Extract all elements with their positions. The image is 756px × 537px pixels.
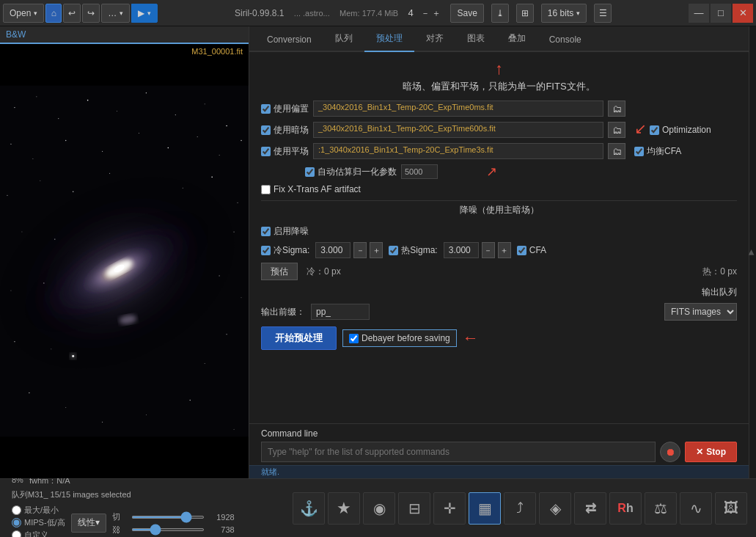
prefix-input[interactable] <box>311 304 370 320</box>
cold-sigma-input[interactable] <box>315 242 351 258</box>
maximize-button[interactable]: □ <box>711 4 731 23</box>
radio-custom[interactable]: 自定义 <box>12 530 65 537</box>
tool-button-4[interactable]: ⊟ <box>398 492 430 525</box>
hot-sigma-checkbox[interactable] <box>389 246 398 255</box>
tool-button-11[interactable]: ⚖ <box>645 492 677 525</box>
tool-button-5[interactable]: ✛ <box>433 492 466 525</box>
hot-sigma-plus[interactable]: ＋ <box>498 242 511 258</box>
hot-sigma-input[interactable] <box>444 242 479 258</box>
tab-console[interactable]: Console <box>537 29 593 52</box>
fits-format-select[interactable]: FITS images TIFF images PNG images <box>664 303 737 321</box>
stop-button[interactable]: ✕ Stop <box>685 442 737 462</box>
command-input[interactable] <box>261 442 656 462</box>
auto-norm-checkbox[interactable] <box>305 167 315 177</box>
display-button[interactable]: ⊞ <box>516 4 534 23</box>
slider1[interactable] <box>131 516 205 519</box>
more-button[interactable]: … ▾ <box>101 4 130 23</box>
preview-button[interactable]: 预估 <box>261 263 298 280</box>
tab-conversion[interactable]: Conversion <box>255 29 323 52</box>
radio-mips-input[interactable] <box>12 518 21 527</box>
cfa-checkbox[interactable] <box>517 246 526 255</box>
dark-checkbox[interactable] <box>261 125 271 135</box>
minus-btn[interactable]: － <box>421 8 430 18</box>
optimization-checkbox-label[interactable]: Optimization <box>650 125 711 135</box>
tool-button-2[interactable]: ★ <box>328 492 360 525</box>
home-button[interactable]: ⌂ <box>45 4 62 23</box>
linear-button[interactable]: 线性▾ <box>71 514 106 533</box>
tool-button-3[interactable]: ◉ <box>363 492 395 525</box>
fix-xtrans-checkbox-label[interactable]: Fix X-Trans AF artifact <box>261 184 361 194</box>
minimize-button[interactable]: — <box>689 4 709 23</box>
scrollbar-right[interactable] <box>749 26 756 478</box>
cfa-checkbox-label[interactable]: CFA <box>517 245 546 255</box>
bits-label: 16 bits <box>548 8 573 18</box>
save-button[interactable]: Save <box>450 4 483 23</box>
optimization-checkbox[interactable] <box>650 125 659 135</box>
tool-button-10[interactable]: Rh <box>609 492 642 525</box>
start-preprocessing-button[interactable]: 开始预处理 <box>261 326 337 350</box>
cold-sigma-checkbox[interactable] <box>261 246 271 255</box>
flat-checkbox[interactable] <box>261 147 271 156</box>
tool-button-8[interactable]: ◈ <box>539 492 571 525</box>
count-display: 4 <box>408 7 414 18</box>
tool-button-13[interactable]: 🖼 <box>715 492 747 525</box>
enable-denoise-checkbox-label[interactable]: 启用降噪 <box>261 225 309 238</box>
cold-sigma-plus[interactable]: ＋ <box>370 242 383 258</box>
bits-button[interactable]: 16 bits ▾ <box>541 4 587 23</box>
auto-norm-checkbox-label[interactable]: 自动估算归一化参数 <box>305 166 397 178</box>
hamburger-button[interactable]: ☰ <box>594 4 612 23</box>
equalize-cfa-checkbox[interactable] <box>634 147 644 156</box>
radio-mips[interactable]: MIPS-低/高 <box>12 517 65 528</box>
flat-file-button[interactable]: 🗂 <box>608 143 625 159</box>
radio-custom-input[interactable] <box>12 530 21 537</box>
bias-file-button[interactable]: 🗂 <box>608 101 625 117</box>
redo-button[interactable]: ↪ <box>82 4 100 23</box>
undo-button[interactable]: ↩ <box>63 4 81 23</box>
bias-file-path: _3040x2016_Bin1x1_Temp-20C_ExpTime0ms.fi… <box>313 101 603 117</box>
hot-sigma-minus[interactable]: － <box>482 242 495 258</box>
tab-queue[interactable]: 队列 <box>323 26 364 52</box>
tab-preprocessing[interactable]: 预处理 <box>364 26 414 52</box>
tab-stack[interactable]: 叠加 <box>496 26 537 52</box>
tab-align[interactable]: 对齐 <box>414 26 455 52</box>
svg-point-33 <box>14 341 15 342</box>
radio-max-min-label: 最大/最小 <box>24 505 59 516</box>
dark-checkbox-label[interactable]: 使用暗场 <box>261 124 309 136</box>
command-line-title: Command line <box>261 428 737 439</box>
tool-button-1[interactable]: ⚓ <box>293 492 325 525</box>
debayer-checkbox[interactable] <box>349 334 359 343</box>
radio-max-min-input[interactable] <box>12 505 21 515</box>
equalize-cfa-checkbox-label[interactable]: 均衡CFA <box>634 145 681 158</box>
tool-button-6[interactable]: ▦ <box>469 492 501 525</box>
cold-sigma-checkbox-label[interactable]: 冷Sigma: <box>261 244 309 257</box>
tab-chart[interactable]: 图表 <box>455 26 496 52</box>
link-label: ⛓ <box>112 525 127 534</box>
fix-xtrans-checkbox[interactable] <box>261 185 271 194</box>
action-button[interactable]: ▶ ▾ <box>131 4 158 23</box>
save-icon-button[interactable]: ⤓ <box>491 4 509 23</box>
dark-file-button[interactable]: 🗂 <box>608 122 625 138</box>
plus-btn[interactable]: ＋ <box>432 8 441 18</box>
radio-max-min[interactable]: 最大/最小 <box>12 505 65 516</box>
tool-button-9[interactable]: ⇄ <box>574 492 606 525</box>
tool-button-7[interactable]: ⤴ <box>504 492 536 525</box>
enable-denoise-checkbox[interactable] <box>261 227 271 236</box>
svg-point-8 <box>205 103 205 104</box>
record-button[interactable]: ⏺ <box>660 442 680 462</box>
auto-norm-input[interactable] <box>401 164 438 179</box>
bias-file-row: _3040x2016_Bin1x1_Temp-20C_ExpTime0ms.fi… <box>313 101 625 117</box>
bias-checkbox-label[interactable]: 使用偏置 <box>261 103 309 115</box>
flat-file-row: :1_3040x2016_Bin1x1_Temp-20C_ExpTime3s.f… <box>313 143 625 159</box>
hot-sigma-checkbox-label[interactable]: 热Sigma: <box>389 244 437 257</box>
flat-checkbox-label[interactable]: 使用平场 <box>261 145 309 158</box>
tool-button-12[interactable]: ∿ <box>680 492 712 525</box>
stop-x-icon: ✕ <box>696 447 703 457</box>
slider1-value: 1928 <box>209 513 235 522</box>
slider2[interactable] <box>131 528 205 531</box>
open-button[interactable]: Open ▾ <box>3 4 44 23</box>
action-row: 开始预处理 Debayer before saving ← <box>261 326 737 350</box>
bias-checkbox[interactable] <box>261 104 271 114</box>
close-button[interactable]: ✕ <box>733 4 753 23</box>
cold-sigma-minus[interactable]: － <box>353 242 367 258</box>
bw-tab-label[interactable]: B&W <box>6 29 26 40</box>
